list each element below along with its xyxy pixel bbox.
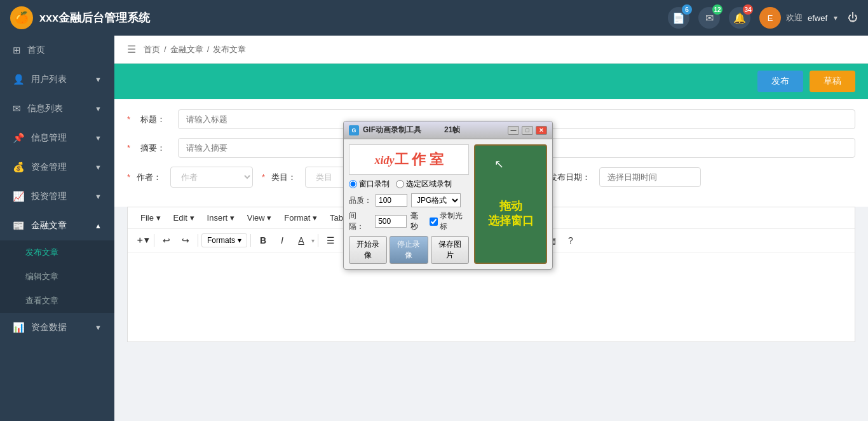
formats-dropdown[interactable]: Formats ▾ [201,233,247,247]
summary-label: 摘要： [140,142,165,154]
interval-unit: 毫秒 [410,210,425,232]
fund-icon: 💰 [13,162,25,173]
editor-menu-edit[interactable]: Edit ▾ [168,211,200,224]
mail-icon-btn[interactable]: ✉ 12 [698,7,720,29]
cursor-option[interactable]: 录制光标 [430,210,469,232]
menu-icon[interactable]: ☰ [127,43,136,55]
preview-text-line2: 选择窗口 [488,214,534,228]
gif-dialog[interactable]: G GIF动画录制工具 21帧 — □ ✕ xidy工 作 室 窗口录制 [343,121,553,270]
window-record-radio[interactable] [349,180,357,188]
publish-button[interactable]: 发布 [757,71,803,92]
breadcrumb-current: 发布文章 [213,44,246,55]
sidebar-item-info-manage[interactable]: 📌 信息管理 ▼ [0,123,114,153]
close-button[interactable]: ✕ [536,126,547,135]
document-icon-btn[interactable]: 📄 6 [668,7,689,29]
maximize-button[interactable]: □ [522,126,533,135]
window-record-option[interactable]: 窗口录制 [349,179,390,190]
avatar: E [759,7,781,29]
sidebar-sub-item-view[interactable]: 查看文章 [0,289,114,313]
save-image-button[interactable]: 保存图片 [431,236,469,264]
interval-label: 间隔： [349,210,371,232]
publish-date-input[interactable] [599,167,701,187]
sidebar-item-home[interactable]: ⊞ 首页 [0,36,114,65]
start-record-button[interactable]: 开始录像 [349,236,387,264]
sidebar-item-label: 资金数据 [31,322,67,333]
sidebar: ⊞ 首页 👤 用户列表 ▼ ✉ 信息列表 ▼ 📌 信息管理 ▼ 💰 资金管理 ▼… [0,36,114,421]
chevron-down-icon: ▼ [95,163,102,171]
stop-record-button[interactable]: 停止录像 [390,236,428,264]
editor-menu-file[interactable]: File ▾ [135,211,166,224]
area-record-radio[interactable] [396,180,404,188]
cursor-checkbox[interactable] [430,217,438,226]
quality-row: 品质： JPG格式 [349,193,469,207]
author-select[interactable]: 作者 [170,167,253,188]
breadcrumb-home[interactable]: 首页 [144,44,160,55]
home-icon: ⊞ [13,45,21,56]
gif-icon: G [349,125,359,135]
sidebar-item-users[interactable]: 👤 用户列表 ▼ [0,65,114,94]
title-buttons: — □ ✕ [508,126,547,135]
category-label: 类目： [271,172,296,183]
sidebar-sub-item-edit[interactable]: 编辑文章 [0,265,114,289]
bell-icon-btn[interactable]: 🔔 34 [729,7,750,29]
logout-icon[interactable]: ⏻ [848,12,858,24]
editor-menu-insert[interactable]: Insert ▾ [202,211,240,224]
cursor-icon: ↖ [494,157,504,171]
required-star: * [127,172,130,182]
breadcrumb-sep-1: / [164,45,166,54]
format-select[interactable]: JPG格式 [411,193,461,207]
mail-badge: 12 [712,4,722,15]
app-title: xxx金融后台管理系统 [39,10,668,25]
redo-button[interactable]: ↪ [177,231,194,249]
separator [198,234,198,247]
gif-dialog-title-text: GIF动画录制工具 [363,125,421,135]
author-group: * 作者： 作者 [127,167,253,188]
user-menu[interactable]: E 欢迎 efwef ▼ [759,7,839,29]
sidebar-sub-item-publish[interactable]: 发布文章 [0,240,114,265]
header-icons: 📄 6 ✉ 12 🔔 34 E 欢迎 efwef ▼ ⏻ [668,7,858,29]
sidebar-item-label: 投资管理 [31,191,67,202]
publish-date-group: * 发布日期： [539,167,701,187]
preview-text-line1: 拖动 [488,199,534,214]
required-star: * [127,143,130,153]
interval-input[interactable] [375,215,407,228]
breadcrumb-finance[interactable]: 金融文章 [170,44,203,55]
sidebar-item-fund-manage[interactable]: 💰 资金管理 ▼ [0,153,114,182]
add-button[interactable]: ＋▾ [133,231,151,249]
sidebar-item-label: 金融文章 [31,220,67,231]
editor-menu-format[interactable]: Format ▾ [279,211,322,224]
help-button[interactable]: ? [562,231,580,249]
italic-button[interactable]: I [273,231,291,249]
sidebar-item-invest-manage[interactable]: 📈 投资管理 ▼ [0,182,114,211]
required-star: * [127,114,130,124]
gif-action-buttons: 开始录像 停止录像 保存图片 [349,236,469,264]
align-left-button[interactable]: ☰ [322,231,339,249]
window-record-label: 窗口录制 [359,179,390,190]
separator [318,234,318,247]
sidebar-item-finance-articles[interactable]: 📰 金融文章 ▲ [0,211,114,240]
quality-input[interactable] [376,194,407,207]
sidebar-item-label: 信息列表 [27,103,63,114]
quality-label: 品质： [349,195,372,206]
gif-logo-text: xidy工 作 室 [375,154,444,167]
font-color-button[interactable]: A [292,231,310,249]
chevron-down-icon: ▼ [95,193,102,200]
message-icon: ✉ [13,103,21,114]
sidebar-item-label: 首页 [27,45,45,56]
welcome-text: 欢迎 [786,12,803,24]
interval-row: 间隔： 毫秒 录制光标 [349,210,469,232]
sidebar-item-messages[interactable]: ✉ 信息列表 ▼ [0,94,114,123]
sidebar-item-fund-data[interactable]: 📊 资金数据 ▼ [0,313,114,342]
minimize-button[interactable]: — [508,126,519,135]
area-record-option[interactable]: 选定区域录制 [396,179,452,190]
gif-preview-panel: ↖ 拖动 选择窗口 [474,144,547,264]
chart-icon: 📊 [13,322,25,333]
sidebar-sub-label: 查看文章 [25,296,58,305]
editor-menu-view[interactable]: View ▾ [242,211,277,224]
undo-button[interactable]: ↩ [158,231,175,249]
document-badge: 6 [682,4,692,15]
formats-label: Formats [207,236,235,245]
bold-button[interactable]: B [254,231,272,249]
draft-button[interactable]: 草稿 [810,71,855,92]
separator [154,234,154,247]
